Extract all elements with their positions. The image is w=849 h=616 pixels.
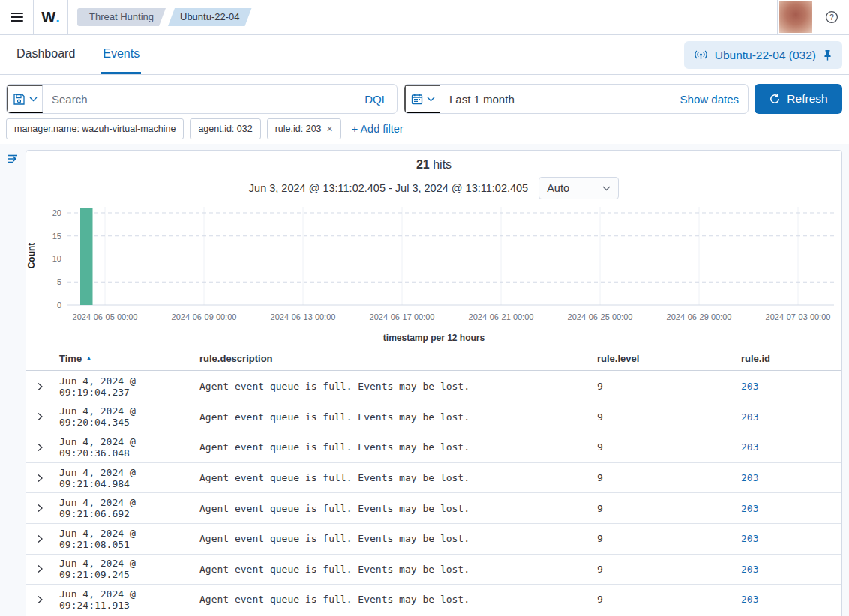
row-rule-id: 203 [716, 533, 842, 544]
table-row: Jun 4, 2024 @ 09:21:04.984 Agent event q… [26, 463, 842, 494]
expand-row-button[interactable] [36, 412, 44, 421]
expand-row-button[interactable] [36, 382, 44, 391]
query-bar: DQL Last 1 month Show dates [6, 84, 842, 114]
expand-row-button[interactable] [36, 443, 44, 452]
column-header-time[interactable]: Time▲ [50, 353, 188, 364]
svg-text:0: 0 [57, 301, 62, 309]
topbar-right: ? [777, 0, 849, 34]
chevron-right-icon [36, 534, 44, 543]
rule-id-link[interactable]: 203 [741, 441, 758, 453]
hits-label: hits [433, 158, 452, 171]
svg-text:2024-07-03 00:00: 2024-07-03 00:00 [766, 312, 831, 321]
row-rule-id: 203 [716, 564, 842, 575]
row-level: 9 [571, 533, 716, 544]
date-picker: Last 1 month Show dates [404, 84, 748, 114]
row-rule-id: 203 [716, 594, 842, 605]
logo-dot: . [56, 9, 60, 26]
table-row: Jun 4, 2024 @ 09:21:09.245 Agent event q… [26, 555, 842, 585]
svg-text:15: 15 [52, 232, 62, 241]
row-level: 9 [571, 472, 716, 483]
query-language-button[interactable]: DQL [356, 93, 397, 106]
chevron-down-icon [29, 97, 38, 102]
svg-text:2024-06-05 00:00: 2024-06-05 00:00 [73, 312, 138, 321]
column-header-description[interactable]: rule.description [188, 353, 571, 364]
histogram-svg: 2024-06-05 00:002024-06-09 00:002024-06-… [27, 203, 842, 327]
content-area: 21 hits Jun 3, 2024 @ 13:11:02.405 - Jul… [0, 144, 849, 616]
search-box: DQL [6, 84, 398, 114]
table-row: Jun 4, 2024 @ 09:20:04.345 Agent event q… [26, 402, 842, 433]
avatar-cell [777, 0, 814, 34]
hits-histogram: Count 2024-06-05 00:002024-06-09 00:0020… [27, 203, 842, 327]
svg-text:2024-06-17 00:00: 2024-06-17 00:00 [370, 312, 435, 321]
expand-row-button[interactable] [36, 595, 44, 604]
rule-id-link[interactable]: 203 [741, 594, 758, 605]
table-row: Jun 4, 2024 @ 09:20:36.048 Agent event q… [26, 432, 842, 463]
row-description: Agent event queue is full. Events may be… [188, 564, 571, 575]
help-button[interactable]: ? [814, 0, 849, 34]
column-header-id[interactable]: rule.id [716, 353, 842, 364]
rule-id-link[interactable]: 203 [741, 533, 758, 544]
row-rule-id: 203 [716, 503, 842, 514]
filter-pill[interactable]: rule.id: 203× [267, 118, 341, 139]
row-description: Agent event queue is full. Events may be… [188, 411, 571, 423]
pin-icon[interactable] [823, 49, 832, 61]
time-range-text: Jun 3, 2024 @ 13:11:02.405 - Jul 3, 2024… [249, 182, 528, 194]
breadcrumb-item[interactable]: Ubuntu-22-04 [168, 8, 252, 26]
avatar[interactable] [779, 1, 812, 33]
histogram-bar[interactable] [80, 208, 93, 305]
table-row: Jun 4, 2024 @ 09:21:08.051 Agent event q… [26, 524, 842, 555]
svg-text:20: 20 [52, 208, 62, 217]
row-time: Jun 4, 2024 @ 09:21:08.051 [50, 528, 188, 550]
chevron-right-icon [36, 382, 44, 391]
add-filter-button[interactable]: + Add filter [352, 123, 404, 135]
svg-text:2024-06-29 00:00: 2024-06-29 00:00 [667, 312, 732, 321]
table-row: Jun 4, 2024 @ 09:24:11.913 Agent event q… [26, 585, 842, 615]
rule-id-link[interactable]: 203 [741, 503, 758, 514]
sort-asc-icon: ▲ [86, 354, 92, 362]
show-dates-button[interactable]: Show dates [671, 93, 748, 106]
expand-row-button[interactable] [36, 474, 44, 483]
expand-row-button[interactable] [36, 534, 44, 543]
expand-panel-icon [6, 152, 20, 166]
rule-id-link[interactable]: 203 [741, 411, 758, 423]
filter-bar: manager.name: wazuh-virtual-machineagent… [6, 118, 404, 139]
rule-id-link[interactable]: 203 [741, 472, 758, 483]
svg-text:2024-06-25 00:00: 2024-06-25 00:00 [568, 312, 633, 321]
remove-filter-icon[interactable]: × [327, 124, 333, 134]
rule-id-link[interactable]: 203 [741, 564, 758, 575]
refresh-label: Refresh [787, 92, 827, 106]
filter-pill[interactable]: manager.name: wazuh-virtual-machine [6, 118, 184, 139]
tab[interactable]: Events [101, 35, 141, 74]
expand-row-button[interactable] [36, 564, 44, 573]
rule-id-link[interactable]: 203 [741, 381, 758, 392]
table-row: Jun 4, 2024 @ 09:21:06.692 Agent event q… [26, 493, 842, 524]
row-level: 9 [571, 381, 716, 392]
svg-text:?: ? [830, 13, 834, 22]
hamburger-menu-button[interactable] [0, 0, 34, 34]
tab[interactable]: Dashboard [15, 35, 76, 74]
agent-selector-chip[interactable]: Ubuntu-22-04 (032) [684, 41, 842, 69]
date-range-value[interactable]: Last 1 month [440, 93, 671, 106]
search-input[interactable] [43, 93, 356, 106]
row-level: 9 [571, 564, 716, 575]
refresh-button[interactable]: Refresh [754, 84, 842, 114]
chevron-down-icon [427, 97, 435, 102]
table-row: Jun 4, 2024 @ 09:19:04.237 Agent event q… [26, 372, 842, 402]
chevron-right-icon [36, 474, 44, 483]
time-range-row: Jun 3, 2024 @ 13:11:02.405 - Jul 3, 2024… [26, 177, 842, 199]
interval-select[interactable]: Auto [538, 177, 619, 199]
breadcrumb: Threat HuntingUbuntu-22-04 [77, 0, 252, 34]
saved-queries-button[interactable] [7, 85, 43, 113]
expand-sidebar-button[interactable] [6, 152, 20, 168]
breadcrumb-item[interactable]: Threat Hunting [77, 8, 166, 26]
wazuh-logo[interactable]: W. [34, 0, 68, 34]
svg-text:2024-06-21 00:00: 2024-06-21 00:00 [469, 312, 534, 321]
row-rule-id: 203 [716, 441, 842, 453]
expand-row-button[interactable] [36, 504, 44, 513]
row-description: Agent event queue is full. Events may be… [188, 472, 571, 483]
row-level: 9 [571, 441, 716, 453]
interval-selected-value: Auto [547, 182, 602, 194]
calendar-button[interactable] [404, 85, 440, 113]
filter-pill[interactable]: agent.id: 032 [190, 118, 260, 139]
column-header-level[interactable]: rule.level [571, 353, 716, 364]
